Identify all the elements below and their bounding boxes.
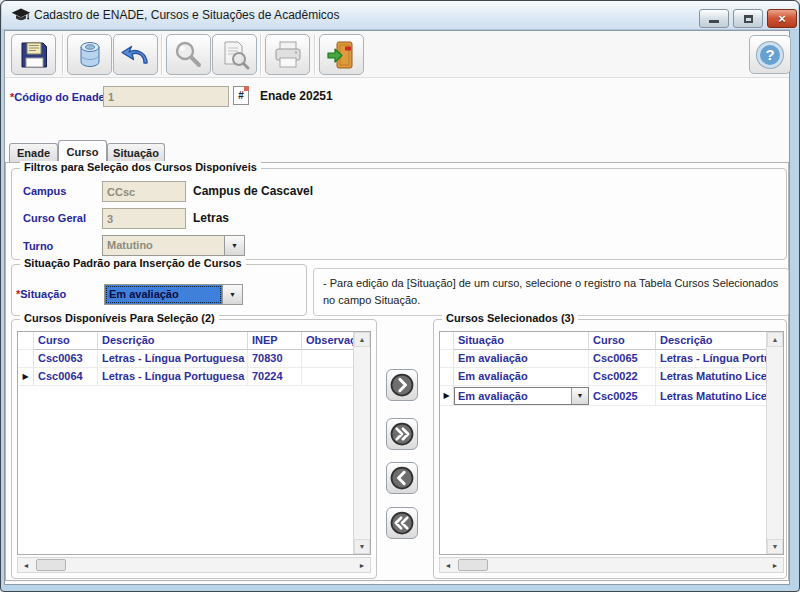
cell-descricao[interactable]: Letras - Língua Portug <box>656 350 768 368</box>
move-all-left-button[interactable] <box>386 507 418 539</box>
toolbar-separator <box>260 34 261 75</box>
row-indicator-cell: ▶ <box>440 386 454 406</box>
col-header-descricao: Descrição <box>656 332 768 350</box>
undo-arrow-icon <box>119 38 153 72</box>
close-button[interactable]: × <box>767 9 797 28</box>
scroll-left-icon[interactable]: ◄ <box>440 558 456 572</box>
chevron-down-icon[interactable]: ▼ <box>571 388 588 404</box>
scroll-right-icon[interactable]: ► <box>354 558 370 572</box>
undo-button[interactable] <box>113 34 158 75</box>
chevron-down-icon[interactable]: ▼ <box>222 285 242 304</box>
row-indicator-cell <box>440 368 454 386</box>
cell-curso[interactable]: Csc0025 <box>589 386 656 406</box>
save-button[interactable] <box>11 34 56 75</box>
selected-grid: Situação Curso Descrição Em avaliação Cs… <box>439 331 784 555</box>
cell-descricao[interactable]: Letras - Língua Portuguesa e <box>98 350 248 368</box>
situacao-combobox[interactable]: Em avaliação ▼ <box>104 284 243 305</box>
scroll-down-icon[interactable]: ▼ <box>354 539 370 554</box>
curso-geral-description: Letras <box>193 211 229 225</box>
scroll-down-icon[interactable]: ▼ <box>767 539 783 554</box>
table-row[interactable]: ▶ Em avaliação ▼ Csc0025 Letras Matutino… <box>440 386 768 406</box>
print-button <box>265 34 310 75</box>
cell-situacao[interactable]: Em avaliação <box>454 350 589 368</box>
scrollbar-thumb[interactable] <box>458 559 488 571</box>
curso-geral-input <box>102 208 186 229</box>
move-right-button[interactable] <box>386 369 418 401</box>
tab-enade[interactable]: Enade <box>9 143 58 163</box>
selected-title: Cursos Selecionados (3) <box>442 312 578 324</box>
campus-description: Campus de Cascavel <box>193 184 313 198</box>
available-grid: Curso Descrição INEP Observaçõ Csc0063 L… <box>17 331 371 555</box>
enade-description: Enade 20251 <box>260 89 333 103</box>
cell-inep[interactable]: 70224 <box>248 368 302 386</box>
row-indicator-cell <box>18 350 34 368</box>
table-row[interactable]: Csc0063 Letras - Língua Portuguesa e 708… <box>18 350 355 368</box>
indicator-column-header <box>440 332 454 350</box>
horizontal-scrollbar[interactable]: ◄ ► <box>17 557 371 573</box>
help-button[interactable]: ? <box>749 35 791 74</box>
maximize-button[interactable] <box>733 9 763 28</box>
scrollbar-track[interactable] <box>34 558 354 572</box>
exit-button[interactable] <box>319 34 364 75</box>
vertical-scrollbar[interactable]: ▲ ▼ <box>766 332 783 554</box>
col-header-inep: INEP <box>248 332 302 350</box>
tab-situacao[interactable]: Situação <box>107 143 165 163</box>
available-title: Cursos Disponíveis Para Seleção (2) <box>20 312 219 324</box>
cell-observacao[interactable] <box>302 368 355 386</box>
situacao-value: Em avaliação <box>105 285 222 304</box>
title-bar[interactable]: Cadastro de ENADE, Cursos e Situações de… <box>2 1 798 30</box>
minimize-icon <box>709 20 719 23</box>
cell-inep[interactable]: 70830 <box>248 350 302 368</box>
available-header-row: Curso Descrição INEP Observaçõ <box>18 332 355 350</box>
situacao-label: *Situação <box>16 288 66 300</box>
row-indicator-icon: ▶ <box>443 391 449 400</box>
scroll-up-icon[interactable]: ▲ <box>354 332 370 347</box>
turno-value: Matutino <box>103 236 224 255</box>
maximize-icon <box>744 15 753 23</box>
cell-curso[interactable]: Csc0063 <box>34 350 98 368</box>
groupbox-filtros-title: Filtros para Seleção dos Cursos Disponív… <box>20 161 261 173</box>
scroll-left-icon[interactable]: ◄ <box>18 558 34 572</box>
lookup-icon: # <box>238 90 244 101</box>
vertical-scrollbar[interactable]: ▲ ▼ <box>353 332 370 554</box>
groupbox-situacao-title: Situação Padrão para Inserção de Cursos <box>20 257 246 269</box>
cell-curso[interactable]: Csc0065 <box>589 350 656 368</box>
help-icon: ? <box>757 42 783 68</box>
cell-descricao[interactable]: Letras Matutino Licen <box>656 386 768 406</box>
situacao-cell-combobox[interactable]: Em avaliação ▼ <box>454 387 589 405</box>
col-header-curso: Curso <box>34 332 98 350</box>
table-row[interactable]: Em avaliação Csc0022 Letras Matutino Lic… <box>440 368 768 386</box>
curso-geral-label: Curso Geral <box>23 212 86 224</box>
horizontal-scrollbar[interactable]: ◄ ► <box>439 557 784 573</box>
scroll-right-icon[interactable]: ► <box>767 558 783 572</box>
arrow-double-left-icon <box>388 509 416 537</box>
scrollbar-track[interactable] <box>456 558 767 572</box>
scroll-up-icon[interactable]: ▲ <box>767 332 783 347</box>
toolbar-separator <box>161 34 162 75</box>
search-button <box>166 34 211 75</box>
cell-descricao[interactable]: Letras - Língua Portuguesa e <box>98 368 248 386</box>
search-icon <box>172 38 206 72</box>
minimize-button[interactable] <box>699 9 729 28</box>
cell-curso[interactable]: Csc0064 <box>34 368 98 386</box>
col-header-descricao: Descrição <box>98 332 248 350</box>
toolbar: ? <box>5 31 789 78</box>
cell-descricao[interactable]: Letras Matutino Licen <box>656 368 768 386</box>
scrollbar-thumb[interactable] <box>36 559 66 571</box>
situacao-cell-value: Em avaliação <box>455 388 571 404</box>
clear-button[interactable] <box>67 34 112 75</box>
cell-observacao[interactable] <box>302 350 355 368</box>
campus-input <box>102 181 186 202</box>
preview-icon <box>218 38 252 72</box>
window-title: Cadastro de ENADE, Cursos e Situações de… <box>34 8 339 22</box>
table-row[interactable]: ▶ Csc0064 Letras - Língua Portuguesa e 7… <box>18 368 355 386</box>
move-left-button[interactable] <box>386 462 418 494</box>
lookup-button[interactable]: # <box>233 86 249 105</box>
arrow-double-right-icon <box>388 420 416 448</box>
table-row[interactable]: Em avaliação Csc0065 Letras - Língua Por… <box>440 350 768 368</box>
cell-curso[interactable]: Csc0022 <box>589 368 656 386</box>
cell-situacao[interactable]: Em avaliação <box>454 368 589 386</box>
save-icon <box>17 38 51 72</box>
move-all-right-button[interactable] <box>386 418 418 450</box>
col-header-situacao: Situação <box>454 332 589 350</box>
